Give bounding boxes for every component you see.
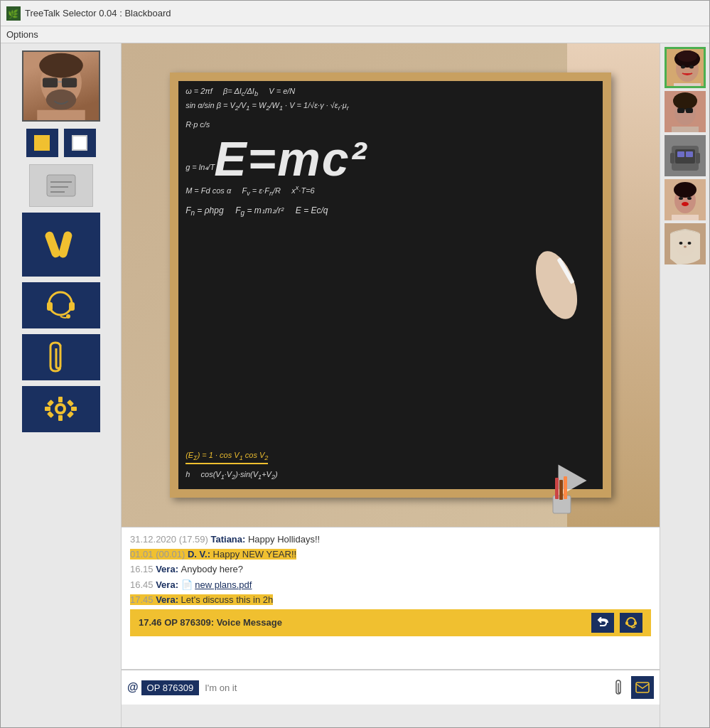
svg-rect-36 bbox=[625, 621, 628, 625]
yellow-square-icon bbox=[34, 135, 50, 151]
svg-rect-17 bbox=[69, 302, 75, 311]
at-symbol: @ bbox=[127, 681, 139, 694]
svg-rect-26 bbox=[67, 400, 74, 407]
chat-text-5: Let's discuss this in 2h bbox=[181, 594, 274, 605]
chat-message-2: 01.01 (00.01) D. V.: Happy NEW YEAR!! bbox=[130, 548, 651, 561]
svg-rect-5 bbox=[61, 77, 76, 87]
svg-text:🌿: 🌿 bbox=[8, 9, 18, 19]
svg-rect-56 bbox=[677, 151, 684, 157]
inactive-tool-button[interactable] bbox=[29, 164, 93, 207]
svg-rect-22 bbox=[58, 415, 63, 421]
send-button[interactable] bbox=[631, 676, 654, 699]
svg-point-69 bbox=[679, 242, 682, 245]
svg-point-48 bbox=[673, 92, 697, 109]
paper-clips-button[interactable] bbox=[22, 213, 100, 277]
app-icon: 🌿 bbox=[6, 6, 21, 21]
chat-time-1: 31.12.2020 (17.59) bbox=[130, 534, 210, 545]
file-attachment-icon: 📄 bbox=[181, 579, 195, 590]
reply-button[interactable] bbox=[591, 613, 614, 633]
chat-message-3: 16.15 Vera: Anybody here? bbox=[130, 563, 651, 576]
svg-rect-50 bbox=[686, 108, 693, 113]
svg-rect-8 bbox=[37, 110, 85, 122]
voice-actions bbox=[591, 613, 642, 633]
svg-rect-49 bbox=[677, 108, 684, 113]
main-avatar[interactable] bbox=[22, 50, 100, 122]
chat-sender-4: Vera: bbox=[156, 579, 181, 590]
svg-point-7 bbox=[45, 90, 75, 110]
file-link[interactable]: new plans.pdf bbox=[195, 579, 252, 590]
voice-time: 17.46 bbox=[139, 617, 164, 628]
attachment-button[interactable] bbox=[22, 334, 100, 380]
yellow-mode-button[interactable] bbox=[26, 129, 58, 157]
mode-buttons bbox=[26, 129, 96, 157]
svg-point-3 bbox=[39, 53, 83, 78]
title-text: TreeTalk Selector 0.04 : Blackboard bbox=[25, 8, 171, 18]
svg-point-62 bbox=[674, 182, 696, 198]
svg-rect-25 bbox=[47, 400, 54, 407]
svg-rect-59 bbox=[696, 153, 700, 164]
svg-rect-4 bbox=[42, 77, 57, 87]
chat-sender-1: Tatiana: bbox=[210, 534, 248, 545]
contact-3[interactable] bbox=[665, 135, 706, 176]
chat-sender-5: Vera: bbox=[156, 594, 181, 605]
input-sender-name: OP 876309 bbox=[141, 680, 200, 695]
chat-area: 31.12.2020 (17.59) Tatiana: Happy Hollid… bbox=[122, 527, 660, 669]
chat-highlight-5: 17.45 Vera: Let's discuss this in 2h bbox=[130, 594, 273, 605]
chat-time-5: 17.45 bbox=[130, 594, 156, 605]
svg-rect-23 bbox=[45, 407, 50, 411]
svg-rect-52 bbox=[672, 127, 699, 132]
svg-point-42 bbox=[677, 50, 697, 62]
voice-msg-text: 17.46 OP 876309: Voice Message bbox=[139, 617, 282, 628]
svg-rect-9 bbox=[47, 175, 75, 196]
chat-text-1: Happy Hollidays!! bbox=[248, 534, 320, 545]
message-input[interactable] bbox=[205, 682, 610, 693]
headset-action-button[interactable] bbox=[620, 613, 642, 633]
white-mode-button[interactable] bbox=[64, 129, 96, 157]
chat-message-1: 31.12.2020 (17.59) Tatiana: Happy Hollid… bbox=[130, 533, 651, 546]
menubar: Options bbox=[1, 26, 709, 43]
svg-point-63 bbox=[679, 197, 683, 200]
voice-sender: OP 876309: bbox=[164, 617, 216, 628]
svg-rect-24 bbox=[71, 407, 77, 411]
center-content: ω = 2πf β= ΔIc/ΔIb V = e/N sin α/sin β =… bbox=[122, 43, 660, 728]
svg-point-29 bbox=[528, 245, 585, 324]
svg-point-20 bbox=[58, 406, 63, 412]
right-sidebar bbox=[660, 43, 709, 728]
svg-rect-45 bbox=[674, 83, 701, 88]
contact-4[interactable] bbox=[665, 179, 706, 220]
chat-text-3: Anybody here? bbox=[181, 564, 243, 574]
voice-label: Voice Message bbox=[217, 617, 282, 628]
chat-sender-3: Vera: bbox=[156, 564, 181, 574]
svg-rect-34 bbox=[564, 476, 567, 499]
svg-point-43 bbox=[681, 65, 685, 69]
svg-rect-33 bbox=[559, 480, 563, 500]
voice-message-bar: 17.46 OP 876309: Voice Message bbox=[130, 609, 651, 636]
titlebar: 🌿 TreeTalk Selector 0.04 : Blackboard bbox=[1, 1, 709, 26]
options-menu[interactable]: Options bbox=[6, 29, 38, 40]
svg-point-70 bbox=[687, 242, 691, 245]
svg-point-35 bbox=[627, 618, 635, 626]
white-square-icon bbox=[72, 135, 87, 151]
contact-1[interactable] bbox=[665, 47, 706, 88]
chat-time-4: 16.45 bbox=[130, 579, 156, 590]
svg-rect-57 bbox=[686, 151, 693, 157]
chat-time-2: 01.01 (00.01) bbox=[130, 549, 188, 560]
settings-button[interactable] bbox=[22, 386, 100, 432]
svg-rect-21 bbox=[58, 397, 63, 402]
svg-point-65 bbox=[682, 202, 689, 206]
media-area: ω = 2πf β= ΔIc/ΔIb V = e/N sin α/sin β =… bbox=[122, 43, 660, 527]
svg-rect-14 bbox=[58, 230, 72, 259]
chat-sender-2: D. V.: bbox=[188, 549, 213, 560]
attach-button[interactable] bbox=[610, 677, 631, 698]
svg-point-64 bbox=[687, 197, 692, 200]
svg-rect-37 bbox=[634, 621, 637, 625]
chat-message-4: 16.45 Vera: 📄 new plans.pdf bbox=[130, 579, 651, 592]
svg-rect-28 bbox=[67, 411, 74, 418]
chat-time-3: 16.15 bbox=[130, 564, 156, 574]
headset-button[interactable] bbox=[22, 282, 100, 328]
contact-2[interactable] bbox=[665, 91, 706, 132]
svg-rect-38 bbox=[636, 682, 649, 692]
svg-point-44 bbox=[689, 65, 694, 69]
contact-5[interactable] bbox=[665, 223, 706, 264]
svg-rect-32 bbox=[555, 478, 559, 499]
